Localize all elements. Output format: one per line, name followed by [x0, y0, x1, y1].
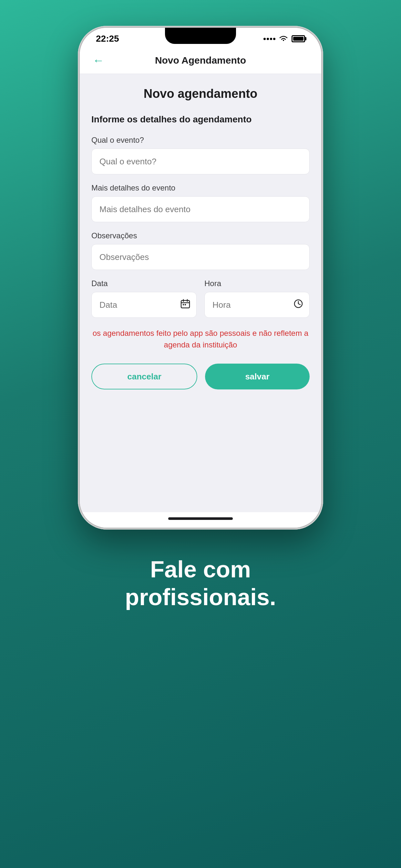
tagline-line1: Fale com — [125, 555, 276, 583]
phone-screen: 22:25 — [80, 28, 321, 528]
signal-icon — [264, 38, 275, 40]
observations-field-group: Observações — [91, 231, 310, 270]
action-buttons: cancelar salvar — [91, 364, 310, 390]
date-input-wrap — [91, 292, 197, 318]
date-label: Data — [91, 279, 197, 288]
event-label: Qual o evento? — [91, 135, 310, 145]
event-input[interactable] — [91, 149, 310, 175]
nav-title: Novo Agendamento — [104, 55, 297, 66]
page-title: Novo agendamento — [91, 87, 310, 101]
tagline: Fale com profissionais. — [125, 555, 276, 611]
time-input-wrap — [204, 292, 310, 318]
nav-bar: ← Novo Agendamento — [80, 47, 321, 74]
observations-input[interactable] — [91, 244, 310, 270]
notch — [165, 28, 236, 44]
content-area: Novo agendamento Informe os detalhes do … — [80, 74, 321, 512]
date-time-row: Data — [91, 279, 310, 318]
details-label: Mais detalhes do evento — [91, 183, 310, 192]
event-field-group: Qual o evento? — [91, 135, 310, 175]
back-button[interactable]: ← — [93, 54, 104, 67]
time-label: Hora — [204, 279, 310, 288]
tagline-line2: profissionais. — [125, 583, 276, 611]
cancel-button[interactable]: cancelar — [91, 364, 197, 390]
home-bar — [168, 517, 233, 520]
disclaimer-text: os agendamentos feito pelo app são pesso… — [91, 328, 310, 351]
save-button[interactable]: salvar — [205, 364, 310, 390]
details-field-group: Mais detalhes do evento — [91, 183, 310, 222]
section-label: Informe os detalhes do agendamento — [91, 114, 310, 125]
date-input[interactable] — [91, 292, 197, 318]
time-input[interactable] — [204, 292, 310, 318]
status-time: 22:25 — [96, 34, 119, 44]
battery-icon — [291, 35, 305, 42]
time-col: Hora — [204, 279, 310, 318]
status-icons — [264, 35, 305, 42]
wifi-icon — [279, 35, 288, 42]
date-col: Data — [91, 279, 197, 318]
battery-fill — [293, 37, 304, 41]
phone-shell: 22:25 — [78, 26, 323, 530]
home-indicator — [80, 512, 321, 528]
status-bar: 22:25 — [80, 28, 321, 47]
details-input[interactable] — [91, 196, 310, 222]
observations-label: Observações — [91, 231, 310, 240]
